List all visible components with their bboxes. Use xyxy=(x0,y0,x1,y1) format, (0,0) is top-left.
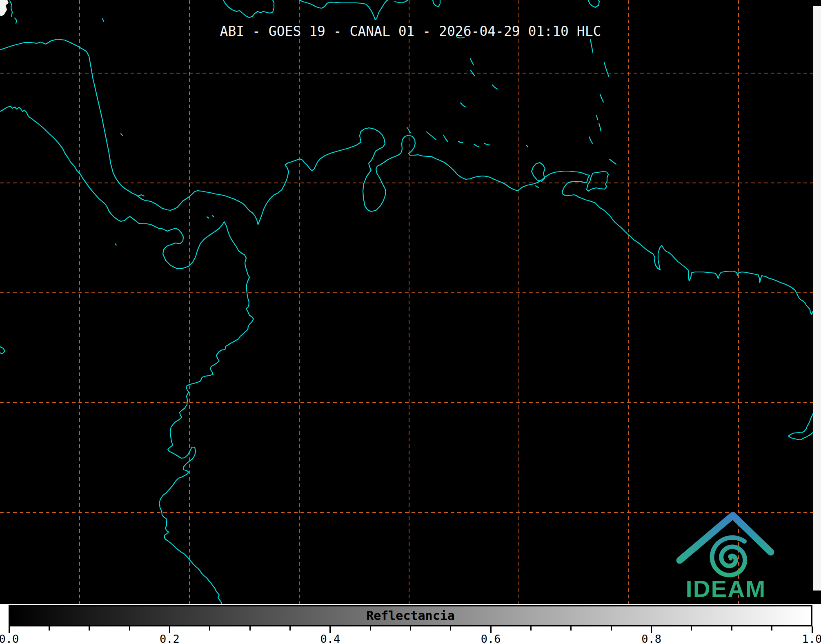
grenada-island xyxy=(589,137,592,143)
colorbar-minor-tick xyxy=(611,626,612,631)
pearl_islands_a-island xyxy=(207,217,209,218)
colorbar-minor-tick xyxy=(89,626,90,631)
colorbar-panel: Reflectancia 0.00.20.40.60.81.0 xyxy=(0,604,821,644)
colorbar-tick-label: 1.0 xyxy=(796,633,821,644)
bonaire-island xyxy=(443,135,447,141)
colorbar-tick-label: 0.0 xyxy=(0,633,25,644)
bay_islands_b-island xyxy=(15,18,17,23)
la_tortuga-island xyxy=(484,143,490,145)
coche-island xyxy=(536,186,538,187)
pacific_coast_south-coastline xyxy=(0,106,254,604)
lesser_antilles_4-island xyxy=(461,103,465,107)
colorbar-minor-tick xyxy=(450,626,451,631)
colorbar-tick-label: 0.4 xyxy=(314,633,347,644)
colorbar-minor-tick xyxy=(129,626,130,631)
martinique-island xyxy=(604,62,609,76)
colorbar-minor-tick xyxy=(691,626,692,631)
colorbar-minor-tick xyxy=(209,626,210,631)
los_roques-island xyxy=(458,141,463,143)
satellite-map: IDEAM ABI - GOES 19 - CANAL 01 - 2026-04… xyxy=(0,0,821,604)
colorbar-minor-tick xyxy=(49,626,50,631)
corner-artifact xyxy=(0,0,9,16)
satellite-image-viewer: IDEAM ABI - GOES 19 - CANAL 01 - 2026-04… xyxy=(0,0,821,644)
hispaniola_west-coastline xyxy=(299,0,388,20)
bocas_del_toro-island xyxy=(138,195,144,196)
colorbar-tick-label: 0.2 xyxy=(153,633,186,644)
hispaniola_east-coastline xyxy=(395,0,408,3)
tobago-island xyxy=(610,159,616,164)
colorbar-major-tick xyxy=(169,626,170,633)
colorbar-minor-tick xyxy=(289,626,291,631)
image-title: ABI - GOES 19 - CANAL 01 - 2026-04-29 01… xyxy=(0,23,821,39)
jamaica-coastline xyxy=(223,0,274,18)
colorbar-major-tick xyxy=(490,626,492,633)
left_edge_fragment-island xyxy=(0,347,5,354)
providencia-island xyxy=(121,134,122,136)
colorbar-minor-tick xyxy=(530,626,532,631)
colorbar-minor-tick xyxy=(249,626,251,631)
colorbar-major-tick xyxy=(329,626,331,633)
malpelo-island xyxy=(115,244,116,245)
colorbar-major-tick xyxy=(812,626,813,633)
colorbar-label: Reflectancia xyxy=(10,606,811,625)
colorbar-minor-tick xyxy=(771,626,772,631)
scan-edge-strip xyxy=(813,6,821,591)
colorbar-minor-tick xyxy=(370,626,371,631)
island_northeast-coastline xyxy=(588,0,599,7)
colorbar-minor-tick xyxy=(570,626,572,631)
la_orchila-island xyxy=(474,144,478,147)
ideam-logo-text: IDEAM xyxy=(686,575,766,602)
pearl_islands_b-island xyxy=(212,216,214,217)
st_vincent-island xyxy=(596,116,598,120)
map-canvas: IDEAM xyxy=(0,0,821,604)
amazon_river_edge-coastline xyxy=(788,413,813,440)
colorbar-tick-label: 0.6 xyxy=(474,633,507,644)
san_andres-island xyxy=(102,19,104,21)
lesser_antilles_1-island xyxy=(470,59,474,65)
colorbar-major-tick xyxy=(651,626,652,633)
colorbar-minor-tick xyxy=(731,626,732,631)
colorbar-tick-label: 0.8 xyxy=(635,633,668,644)
st_lucia-island xyxy=(600,94,603,102)
la_blanquilla-island xyxy=(527,145,528,147)
puerto_rico_fragment-coastline xyxy=(433,0,440,7)
reflectance-colorbar: Reflectancia xyxy=(9,605,812,626)
ideam-logo-spiral xyxy=(712,537,745,575)
colorbar-major-tick xyxy=(9,626,10,633)
curacao-island xyxy=(427,132,436,140)
ideam-logo-spiral-eye xyxy=(729,557,733,561)
lesser_antilles_3-island xyxy=(492,85,497,89)
caribbean_central_america_venezuela-coastline xyxy=(0,39,813,314)
trinidad-coastline xyxy=(587,172,608,191)
bay_islands_a-island xyxy=(10,1,12,16)
dominica-island xyxy=(590,39,593,52)
grenadines-island xyxy=(599,123,601,131)
colorbar-minor-tick xyxy=(410,626,411,631)
